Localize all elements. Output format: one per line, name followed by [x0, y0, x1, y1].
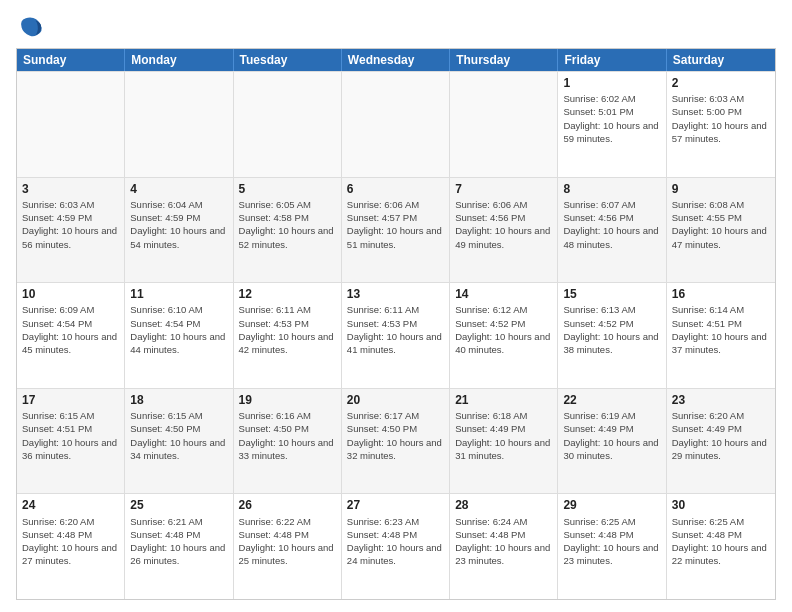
- day-info: Sunrise: 6:11 AMSunset: 4:53 PMDaylight:…: [347, 303, 444, 356]
- calendar-cell: 16Sunrise: 6:14 AMSunset: 4:51 PMDayligh…: [667, 283, 775, 388]
- day-number: 8: [563, 181, 660, 197]
- day-info: Sunrise: 6:17 AMSunset: 4:50 PMDaylight:…: [347, 409, 444, 462]
- header: [16, 12, 776, 40]
- calendar-cell: 15Sunrise: 6:13 AMSunset: 4:52 PMDayligh…: [558, 283, 666, 388]
- calendar-header-cell: Wednesday: [342, 49, 450, 71]
- calendar-cell: 7Sunrise: 6:06 AMSunset: 4:56 PMDaylight…: [450, 178, 558, 283]
- day-info: Sunrise: 6:21 AMSunset: 4:48 PMDaylight:…: [130, 515, 227, 568]
- day-info: Sunrise: 6:03 AMSunset: 4:59 PMDaylight:…: [22, 198, 119, 251]
- calendar-cell: 22Sunrise: 6:19 AMSunset: 4:49 PMDayligh…: [558, 389, 666, 494]
- calendar-cell: 12Sunrise: 6:11 AMSunset: 4:53 PMDayligh…: [234, 283, 342, 388]
- day-number: 12: [239, 286, 336, 302]
- day-number: 5: [239, 181, 336, 197]
- day-number: 1: [563, 75, 660, 91]
- calendar-cell: 27Sunrise: 6:23 AMSunset: 4:48 PMDayligh…: [342, 494, 450, 599]
- day-number: 22: [563, 392, 660, 408]
- day-number: 4: [130, 181, 227, 197]
- day-info: Sunrise: 6:20 AMSunset: 4:49 PMDaylight:…: [672, 409, 770, 462]
- calendar: SundayMondayTuesdayWednesdayThursdayFrid…: [16, 48, 776, 600]
- calendar-cell: 5Sunrise: 6:05 AMSunset: 4:58 PMDaylight…: [234, 178, 342, 283]
- day-info: Sunrise: 6:25 AMSunset: 4:48 PMDaylight:…: [672, 515, 770, 568]
- day-number: 18: [130, 392, 227, 408]
- day-info: Sunrise: 6:08 AMSunset: 4:55 PMDaylight:…: [672, 198, 770, 251]
- day-info: Sunrise: 6:10 AMSunset: 4:54 PMDaylight:…: [130, 303, 227, 356]
- day-number: 27: [347, 497, 444, 513]
- calendar-row: 3Sunrise: 6:03 AMSunset: 4:59 PMDaylight…: [17, 177, 775, 283]
- day-number: 9: [672, 181, 770, 197]
- logo-icon: [16, 12, 44, 40]
- calendar-row: 1Sunrise: 6:02 AMSunset: 5:01 PMDaylight…: [17, 71, 775, 177]
- day-info: Sunrise: 6:12 AMSunset: 4:52 PMDaylight:…: [455, 303, 552, 356]
- day-number: 15: [563, 286, 660, 302]
- day-number: 29: [563, 497, 660, 513]
- day-number: 14: [455, 286, 552, 302]
- calendar-cell-empty: [125, 72, 233, 177]
- day-number: 10: [22, 286, 119, 302]
- day-info: Sunrise: 6:04 AMSunset: 4:59 PMDaylight:…: [130, 198, 227, 251]
- calendar-cell: 21Sunrise: 6:18 AMSunset: 4:49 PMDayligh…: [450, 389, 558, 494]
- calendar-cell-empty: [234, 72, 342, 177]
- calendar-header-cell: Sunday: [17, 49, 125, 71]
- day-info: Sunrise: 6:16 AMSunset: 4:50 PMDaylight:…: [239, 409, 336, 462]
- day-number: 2: [672, 75, 770, 91]
- day-info: Sunrise: 6:19 AMSunset: 4:49 PMDaylight:…: [563, 409, 660, 462]
- calendar-cell: 13Sunrise: 6:11 AMSunset: 4:53 PMDayligh…: [342, 283, 450, 388]
- calendar-body: 1Sunrise: 6:02 AMSunset: 5:01 PMDaylight…: [17, 71, 775, 599]
- calendar-cell: 19Sunrise: 6:16 AMSunset: 4:50 PMDayligh…: [234, 389, 342, 494]
- calendar-cell: 24Sunrise: 6:20 AMSunset: 4:48 PMDayligh…: [17, 494, 125, 599]
- day-info: Sunrise: 6:24 AMSunset: 4:48 PMDaylight:…: [455, 515, 552, 568]
- day-info: Sunrise: 6:20 AMSunset: 4:48 PMDaylight:…: [22, 515, 119, 568]
- calendar-cell: 9Sunrise: 6:08 AMSunset: 4:55 PMDaylight…: [667, 178, 775, 283]
- calendar-cell: 18Sunrise: 6:15 AMSunset: 4:50 PMDayligh…: [125, 389, 233, 494]
- day-number: 13: [347, 286, 444, 302]
- day-number: 25: [130, 497, 227, 513]
- day-info: Sunrise: 6:07 AMSunset: 4:56 PMDaylight:…: [563, 198, 660, 251]
- calendar-row: 17Sunrise: 6:15 AMSunset: 4:51 PMDayligh…: [17, 388, 775, 494]
- day-info: Sunrise: 6:02 AMSunset: 5:01 PMDaylight:…: [563, 92, 660, 145]
- calendar-cell: 26Sunrise: 6:22 AMSunset: 4:48 PMDayligh…: [234, 494, 342, 599]
- calendar-cell-empty: [450, 72, 558, 177]
- day-number: 7: [455, 181, 552, 197]
- calendar-cell: 8Sunrise: 6:07 AMSunset: 4:56 PMDaylight…: [558, 178, 666, 283]
- calendar-cell: 14Sunrise: 6:12 AMSunset: 4:52 PMDayligh…: [450, 283, 558, 388]
- day-info: Sunrise: 6:13 AMSunset: 4:52 PMDaylight:…: [563, 303, 660, 356]
- day-info: Sunrise: 6:15 AMSunset: 4:50 PMDaylight:…: [130, 409, 227, 462]
- day-number: 24: [22, 497, 119, 513]
- day-number: 11: [130, 286, 227, 302]
- calendar-cell: 11Sunrise: 6:10 AMSunset: 4:54 PMDayligh…: [125, 283, 233, 388]
- calendar-cell: 29Sunrise: 6:25 AMSunset: 4:48 PMDayligh…: [558, 494, 666, 599]
- day-number: 23: [672, 392, 770, 408]
- day-info: Sunrise: 6:05 AMSunset: 4:58 PMDaylight:…: [239, 198, 336, 251]
- page: SundayMondayTuesdayWednesdayThursdayFrid…: [0, 0, 792, 612]
- day-info: Sunrise: 6:09 AMSunset: 4:54 PMDaylight:…: [22, 303, 119, 356]
- day-number: 3: [22, 181, 119, 197]
- day-info: Sunrise: 6:25 AMSunset: 4:48 PMDaylight:…: [563, 515, 660, 568]
- calendar-cell: 6Sunrise: 6:06 AMSunset: 4:57 PMDaylight…: [342, 178, 450, 283]
- calendar-header-cell: Monday: [125, 49, 233, 71]
- calendar-cell: 30Sunrise: 6:25 AMSunset: 4:48 PMDayligh…: [667, 494, 775, 599]
- day-info: Sunrise: 6:18 AMSunset: 4:49 PMDaylight:…: [455, 409, 552, 462]
- calendar-cell: 1Sunrise: 6:02 AMSunset: 5:01 PMDaylight…: [558, 72, 666, 177]
- calendar-cell: 3Sunrise: 6:03 AMSunset: 4:59 PMDaylight…: [17, 178, 125, 283]
- day-number: 20: [347, 392, 444, 408]
- day-number: 6: [347, 181, 444, 197]
- day-number: 30: [672, 497, 770, 513]
- day-info: Sunrise: 6:15 AMSunset: 4:51 PMDaylight:…: [22, 409, 119, 462]
- day-info: Sunrise: 6:22 AMSunset: 4:48 PMDaylight:…: [239, 515, 336, 568]
- calendar-header: SundayMondayTuesdayWednesdayThursdayFrid…: [17, 49, 775, 71]
- calendar-cell: 10Sunrise: 6:09 AMSunset: 4:54 PMDayligh…: [17, 283, 125, 388]
- calendar-cell: 20Sunrise: 6:17 AMSunset: 4:50 PMDayligh…: [342, 389, 450, 494]
- calendar-header-cell: Saturday: [667, 49, 775, 71]
- day-number: 16: [672, 286, 770, 302]
- day-info: Sunrise: 6:06 AMSunset: 4:56 PMDaylight:…: [455, 198, 552, 251]
- day-info: Sunrise: 6:03 AMSunset: 5:00 PMDaylight:…: [672, 92, 770, 145]
- day-number: 19: [239, 392, 336, 408]
- day-number: 26: [239, 497, 336, 513]
- day-info: Sunrise: 6:23 AMSunset: 4:48 PMDaylight:…: [347, 515, 444, 568]
- day-info: Sunrise: 6:14 AMSunset: 4:51 PMDaylight:…: [672, 303, 770, 356]
- logo: [16, 12, 48, 40]
- day-number: 28: [455, 497, 552, 513]
- day-number: 21: [455, 392, 552, 408]
- calendar-cell: 4Sunrise: 6:04 AMSunset: 4:59 PMDaylight…: [125, 178, 233, 283]
- calendar-cell: 25Sunrise: 6:21 AMSunset: 4:48 PMDayligh…: [125, 494, 233, 599]
